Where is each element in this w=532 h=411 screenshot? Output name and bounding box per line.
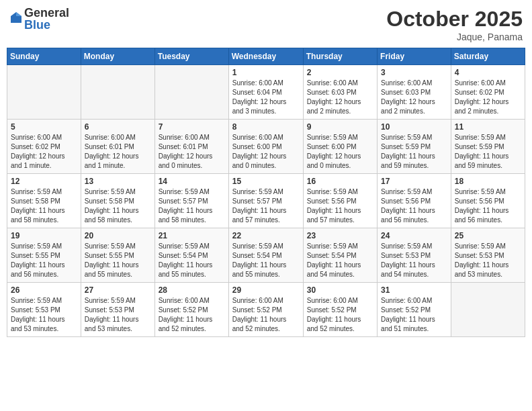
day-info: Sunrise: 6:00 AM Sunset: 5:52 PM Dayligh… [381, 296, 447, 334]
calendar-day-cell: 30Sunrise: 6:00 AM Sunset: 5:52 PM Dayli… [303, 283, 377, 337]
day-info: Sunrise: 5:59 AM Sunset: 5:57 PM Dayligh… [159, 187, 225, 225]
day-info: Sunrise: 5:59 AM Sunset: 5:56 PM Dayligh… [381, 187, 447, 225]
day-info: Sunrise: 6:00 AM Sunset: 6:01 PM Dayligh… [159, 133, 225, 171]
day-info: Sunrise: 6:00 AM Sunset: 6:01 PM Dayligh… [85, 133, 151, 171]
calendar-day-cell: 1Sunrise: 6:00 AM Sunset: 6:04 PM Daylig… [228, 65, 303, 120]
day-number: 26 [11, 285, 77, 295]
calendar-day-cell: 18Sunrise: 5:59 AM Sunset: 5:56 PM Dayli… [451, 174, 525, 228]
calendar-week-row: 12Sunrise: 5:59 AM Sunset: 5:58 PM Dayli… [7, 174, 525, 228]
day-info: Sunrise: 6:00 AM Sunset: 6:00 PM Dayligh… [232, 133, 300, 171]
day-number: 4 [455, 68, 521, 77]
calendar-day-cell [81, 65, 154, 120]
day-info: Sunrise: 5:59 AM Sunset: 5:53 PM Dayligh… [11, 296, 77, 334]
calendar-day-cell: 4Sunrise: 6:00 AM Sunset: 6:02 PM Daylig… [451, 65, 525, 120]
day-info: Sunrise: 5:59 AM Sunset: 5:53 PM Dayligh… [381, 242, 447, 279]
location-text: Jaque, Panama [386, 32, 523, 42]
calendar-day-cell: 24Sunrise: 5:59 AM Sunset: 5:53 PM Dayli… [378, 228, 451, 283]
day-number: 2 [307, 68, 373, 77]
day-info: Sunrise: 5:59 AM Sunset: 5:53 PM Dayligh… [455, 242, 521, 279]
calendar-day-cell [154, 65, 228, 120]
day-number: 25 [455, 231, 521, 240]
calendar-day-cell: 15Sunrise: 5:59 AM Sunset: 5:57 PM Dayli… [228, 174, 303, 228]
day-number: 28 [159, 285, 225, 295]
day-number: 9 [307, 122, 373, 132]
calendar-day-cell: 14Sunrise: 5:59 AM Sunset: 5:57 PM Dayli… [154, 174, 228, 228]
calendar-day-cell: 9Sunrise: 5:59 AM Sunset: 6:00 PM Daylig… [303, 120, 377, 174]
day-header-wednesday: Wednesday [228, 48, 303, 65]
day-number: 6 [85, 122, 151, 132]
day-info: Sunrise: 5:59 AM Sunset: 5:56 PM Dayligh… [307, 187, 373, 225]
title-block: October 2025 Jaque, Panama [386, 7, 523, 42]
day-number: 13 [85, 177, 151, 186]
day-info: Sunrise: 5:59 AM Sunset: 5:54 PM Dayligh… [232, 242, 300, 279]
day-number: 16 [307, 177, 373, 186]
calendar-day-cell: 17Sunrise: 5:59 AM Sunset: 5:56 PM Dayli… [378, 174, 451, 228]
day-header-thursday: Thursday [303, 48, 377, 65]
calendar-table: SundayMondayTuesdayWednesdayThursdayFrid… [7, 48, 525, 337]
calendar-day-cell: 12Sunrise: 5:59 AM Sunset: 5:58 PM Dayli… [7, 174, 81, 228]
logo: General Blue [9, 7, 69, 31]
calendar-day-cell [7, 65, 81, 120]
day-number: 29 [232, 285, 300, 295]
calendar-week-row: 19Sunrise: 5:59 AM Sunset: 5:55 PM Dayli… [7, 228, 525, 283]
logo-general-text: General [24, 7, 69, 19]
day-info: Sunrise: 6:00 AM Sunset: 6:04 PM Dayligh… [232, 79, 300, 116]
calendar-day-cell: 8Sunrise: 6:00 AM Sunset: 6:00 PM Daylig… [228, 120, 303, 174]
day-info: Sunrise: 5:59 AM Sunset: 5:55 PM Dayligh… [85, 242, 151, 279]
day-info: Sunrise: 6:00 AM Sunset: 6:02 PM Dayligh… [455, 79, 521, 116]
calendar-day-cell: 27Sunrise: 5:59 AM Sunset: 5:53 PM Dayli… [81, 283, 154, 337]
calendar-day-cell: 26Sunrise: 5:59 AM Sunset: 5:53 PM Dayli… [7, 283, 81, 337]
calendar-day-cell: 31Sunrise: 6:00 AM Sunset: 5:52 PM Dayli… [378, 283, 451, 337]
day-number: 23 [307, 231, 373, 240]
calendar-day-cell: 28Sunrise: 6:00 AM Sunset: 5:52 PM Dayli… [154, 283, 228, 337]
calendar-day-cell: 10Sunrise: 5:59 AM Sunset: 5:59 PM Dayli… [378, 120, 451, 174]
day-number: 30 [307, 285, 373, 295]
day-info: Sunrise: 5:59 AM Sunset: 5:58 PM Dayligh… [85, 187, 151, 225]
day-number: 17 [381, 177, 447, 186]
day-number: 7 [159, 122, 225, 132]
day-number: 10 [381, 122, 447, 132]
day-number: 5 [11, 122, 77, 132]
calendar-day-cell: 7Sunrise: 6:00 AM Sunset: 6:01 PM Daylig… [154, 120, 228, 174]
day-info: Sunrise: 5:59 AM Sunset: 5:53 PM Dayligh… [85, 296, 151, 334]
day-info: Sunrise: 5:59 AM Sunset: 5:59 PM Dayligh… [455, 133, 521, 171]
logo-icon [9, 11, 23, 24]
calendar-day-cell: 2Sunrise: 6:00 AM Sunset: 6:03 PM Daylig… [303, 65, 377, 120]
day-info: Sunrise: 6:00 AM Sunset: 5:52 PM Dayligh… [159, 296, 225, 334]
calendar-day-cell: 25Sunrise: 5:59 AM Sunset: 5:53 PM Dayli… [451, 228, 525, 283]
calendar-day-cell: 23Sunrise: 5:59 AM Sunset: 5:54 PM Dayli… [303, 228, 377, 283]
logo-blue-text: Blue [24, 19, 69, 31]
day-number: 20 [85, 231, 151, 240]
calendar-day-cell: 5Sunrise: 6:00 AM Sunset: 6:02 PM Daylig… [7, 120, 81, 174]
day-info: Sunrise: 6:00 AM Sunset: 6:03 PM Dayligh… [307, 79, 373, 116]
day-info: Sunrise: 5:59 AM Sunset: 6:00 PM Dayligh… [307, 133, 373, 171]
day-header-saturday: Saturday [451, 48, 525, 65]
calendar-day-cell: 16Sunrise: 5:59 AM Sunset: 5:56 PM Dayli… [303, 174, 377, 228]
calendar-day-cell: 11Sunrise: 5:59 AM Sunset: 5:59 PM Dayli… [451, 120, 525, 174]
day-info: Sunrise: 6:00 AM Sunset: 5:52 PM Dayligh… [232, 296, 300, 334]
calendar-week-row: 5Sunrise: 6:00 AM Sunset: 6:02 PM Daylig… [7, 120, 525, 174]
day-number: 22 [232, 231, 300, 240]
day-info: Sunrise: 5:59 AM Sunset: 5:55 PM Dayligh… [11, 242, 77, 279]
day-header-friday: Friday [378, 48, 451, 65]
day-info: Sunrise: 5:59 AM Sunset: 5:58 PM Dayligh… [11, 187, 77, 225]
calendar-day-cell: 20Sunrise: 5:59 AM Sunset: 5:55 PM Dayli… [81, 228, 154, 283]
day-number: 12 [11, 177, 77, 186]
calendar-day-cell: 29Sunrise: 6:00 AM Sunset: 5:52 PM Dayli… [228, 283, 303, 337]
calendar-day-cell: 19Sunrise: 5:59 AM Sunset: 5:55 PM Dayli… [7, 228, 81, 283]
day-info: Sunrise: 6:00 AM Sunset: 6:03 PM Dayligh… [381, 79, 447, 116]
day-info: Sunrise: 6:00 AM Sunset: 5:52 PM Dayligh… [307, 296, 373, 334]
day-number: 15 [232, 177, 300, 186]
calendar-week-row: 26Sunrise: 5:59 AM Sunset: 5:53 PM Dayli… [7, 283, 525, 337]
day-number: 19 [11, 231, 77, 240]
day-number: 11 [455, 122, 521, 132]
calendar-day-cell: 13Sunrise: 5:59 AM Sunset: 5:58 PM Dayli… [81, 174, 154, 228]
calendar-day-cell: 3Sunrise: 6:00 AM Sunset: 6:03 PM Daylig… [378, 65, 451, 120]
calendar-day-cell: 6Sunrise: 6:00 AM Sunset: 6:01 PM Daylig… [81, 120, 154, 174]
calendar-header-row: SundayMondayTuesdayWednesdayThursdayFrid… [7, 48, 525, 65]
svg-marker-1 [16, 12, 21, 16]
calendar-day-cell: 21Sunrise: 5:59 AM Sunset: 5:54 PM Dayli… [154, 228, 228, 283]
day-number: 8 [232, 122, 300, 132]
calendar-day-cell [451, 283, 525, 337]
day-info: Sunrise: 5:59 AM Sunset: 5:54 PM Dayligh… [159, 242, 225, 279]
